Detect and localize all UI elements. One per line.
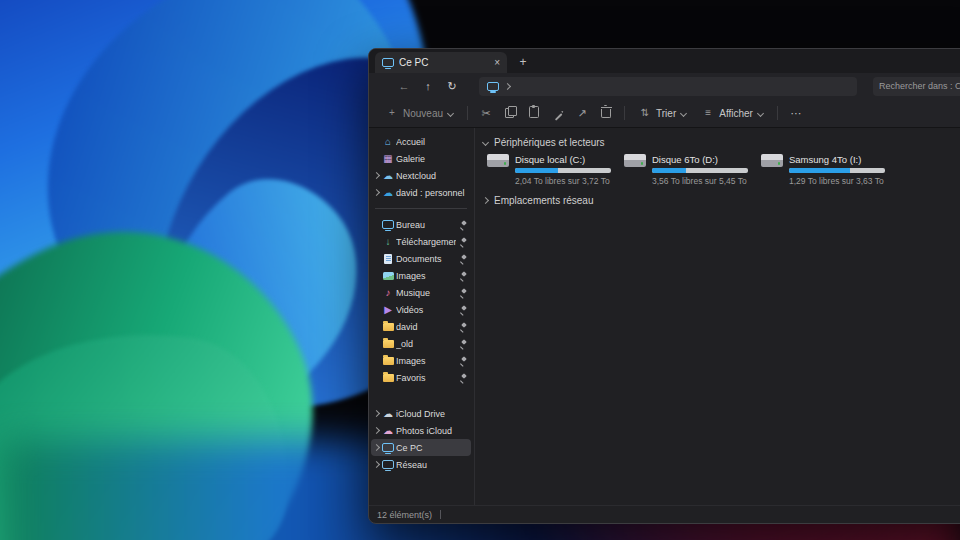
- monitor-icon: [382, 441, 394, 454]
- onedrive-icon: ☁: [382, 186, 394, 199]
- more-options-button[interactable]: ⋯: [785, 102, 807, 124]
- section-network-header[interactable]: Emplacements réseau: [481, 192, 960, 208]
- chevron-right-icon: [373, 411, 380, 416]
- section-devices-title: Périphériques et lecteurs: [494, 137, 605, 148]
- chevron-right-icon: [373, 462, 380, 467]
- drive-tile[interactable]: Disque 6To (D:)3,56 To libres sur 5,45 T…: [624, 154, 754, 186]
- sidebar-separator: [375, 208, 467, 209]
- status-separator: [440, 510, 441, 519]
- drive-tile[interactable]: Samsung 4To (I:)1,29 To libres sur 3,63 …: [761, 154, 891, 186]
- gallery-icon: ▦: [382, 152, 394, 165]
- this-pc-icon: [487, 80, 499, 93]
- chevron-right-icon: [373, 173, 380, 178]
- network-icon: [382, 458, 394, 471]
- sidebar-item-t-l-chargements[interactable]: ↓Téléchargements: [371, 233, 471, 250]
- content-area: Périphériques et lecteurs Disque local (…: [475, 128, 960, 505]
- breadcrumb-chevron-icon: [504, 82, 511, 89]
- sidebar-item-label: Images: [396, 356, 456, 366]
- sidebar-item-label: Réseau: [396, 460, 468, 470]
- sidebar-item-label: Favoris: [396, 373, 456, 383]
- address-bar[interactable]: [479, 77, 857, 96]
- sidebar-item-bureau[interactable]: Bureau: [371, 216, 471, 233]
- sidebar-item-vid-os[interactable]: ▶Vidéos: [371, 301, 471, 318]
- view-button-label: Afficher: [719, 108, 753, 119]
- new-button[interactable]: + Nouveau: [379, 102, 460, 124]
- sidebar-item-galerie[interactable]: ▦Galerie: [371, 150, 471, 167]
- desktop-icon: [382, 218, 394, 231]
- chevron-right-icon: [482, 196, 489, 203]
- sidebar-item-david-personnel[interactable]: ☁david : personnel: [371, 184, 471, 201]
- sidebar-item-label: Nextcloud: [396, 171, 468, 181]
- folder-icon: [382, 337, 394, 350]
- pin-icon: [458, 339, 468, 348]
- sidebar-item-documents[interactable]: Documents: [371, 250, 471, 267]
- drive-info: Samsung 4To (I:)1,29 To libres sur 3,63 …: [789, 154, 885, 186]
- sidebar-item-label: Vidéos: [396, 305, 456, 315]
- hard-drive-icon: [761, 154, 783, 167]
- sidebar-item-ce-pc[interactable]: Ce PC: [371, 439, 471, 456]
- sidebar-item-david[interactable]: david: [371, 318, 471, 335]
- toolbar-separator: [624, 106, 625, 120]
- more-icon: ⋯: [790, 107, 801, 120]
- pin-icon: [458, 356, 468, 365]
- delete-icon: [601, 106, 611, 120]
- view-button[interactable]: ≡ Afficher: [695, 102, 770, 124]
- cloud-icon: ☁: [382, 169, 394, 182]
- drive-info: Disque 6To (D:)3,56 To libres sur 5,45 T…: [652, 154, 748, 186]
- sidebar-item-old[interactable]: _old: [371, 335, 471, 352]
- sidebar-item-label: _old: [396, 339, 456, 349]
- share-button[interactable]: ↗: [571, 102, 593, 124]
- rename-button[interactable]: [547, 102, 569, 124]
- chevron-down-icon: [447, 109, 454, 116]
- item-count: 12 élément(s): [377, 510, 432, 520]
- drive-free-space: 1,29 To libres sur 3,63 To: [789, 176, 885, 186]
- pin-icon: [458, 305, 468, 314]
- sidebar-item-photos-icloud[interactable]: ☁Photos iCloud: [371, 422, 471, 439]
- chevron-right-icon: [373, 428, 380, 433]
- download-icon: ↓: [382, 235, 394, 248]
- chevron-down-icon: [680, 109, 687, 116]
- sidebar-item-accueil[interactable]: ⌂Accueil: [371, 133, 471, 150]
- tab-ce-pc[interactable]: Ce PC ×: [375, 52, 507, 73]
- drive-list: Disque local (C:)2,04 To libres sur 3,72…: [481, 150, 960, 192]
- search-input[interactable]: Rechercher dans : C: [873, 77, 960, 96]
- sidebar-item-favoris[interactable]: Favoris: [371, 369, 471, 386]
- drive-free-space: 3,56 To libres sur 5,45 To: [652, 176, 748, 186]
- sidebar-item-label: david: [396, 322, 456, 332]
- this-pc-icon: [382, 56, 394, 69]
- plus-icon: +: [386, 107, 398, 120]
- back-button[interactable]: ←: [395, 77, 413, 95]
- sidebar-item-label: david : personnel: [396, 188, 468, 198]
- up-button[interactable]: ↑: [419, 77, 437, 95]
- pin-icon: [458, 220, 468, 229]
- chevron-right-icon: [373, 445, 380, 450]
- sidebar-item-icloud-drive[interactable]: ☁iCloud Drive: [371, 405, 471, 422]
- sidebar-item-label: Galerie: [396, 154, 468, 164]
- sort-button[interactable]: ⇅ Trier: [632, 102, 693, 124]
- sidebar-item-musique[interactable]: ♪Musique: [371, 284, 471, 301]
- home-icon: ⌂: [382, 135, 394, 148]
- sidebar-item-images[interactable]: Images: [371, 352, 471, 369]
- sidebar-item-label: Photos iCloud: [396, 426, 468, 436]
- paste-button[interactable]: [523, 102, 545, 124]
- new-tab-button[interactable]: +: [513, 52, 533, 72]
- tab-label: Ce PC: [399, 57, 489, 68]
- sidebar-item-images[interactable]: Images: [371, 267, 471, 284]
- sidebar-item-nextcloud[interactable]: ☁Nextcloud: [371, 167, 471, 184]
- file-explorer-window: Ce PC × + ← ↑ ↻ Rechercher dans : C + No…: [368, 48, 960, 524]
- toolbar-separator: [777, 106, 778, 120]
- folder-icon: [382, 354, 394, 367]
- drive-usage-fill: [652, 168, 686, 173]
- sidebar-item-r-seau[interactable]: Réseau: [371, 456, 471, 473]
- close-tab-icon[interactable]: ×: [494, 58, 500, 68]
- refresh-button[interactable]: ↻: [443, 77, 461, 95]
- drive-name: Samsung 4To (I:): [789, 154, 885, 165]
- toolbar-separator: [467, 106, 468, 120]
- drive-tile[interactable]: Disque local (C:)2,04 To libres sur 3,72…: [487, 154, 617, 186]
- sidebar-item-label: Ce PC: [396, 443, 468, 453]
- delete-button[interactable]: [595, 102, 617, 124]
- cut-button[interactable]: ✂: [475, 102, 497, 124]
- section-devices-header[interactable]: Périphériques et lecteurs: [481, 134, 960, 150]
- copy-icon: [507, 106, 514, 120]
- copy-button[interactable]: [499, 102, 521, 124]
